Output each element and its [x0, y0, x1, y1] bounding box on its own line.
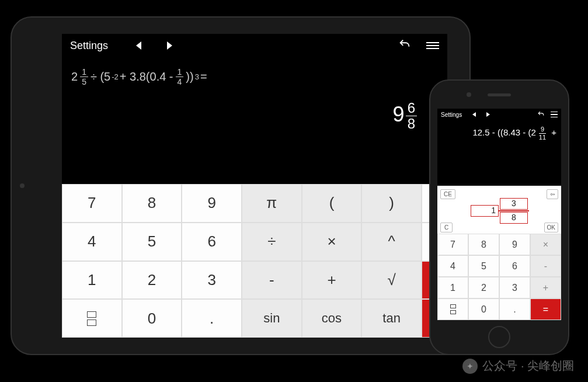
backspace-button[interactable]: ⇦ — [547, 189, 558, 199]
expr-whole: 2 — [71, 70, 78, 84]
ipad-device: Settings 2 1 5 ÷ (5-2 + 3.8(0.4 - — [11, 16, 471, 355]
fraction-icon — [450, 304, 456, 314]
key-6[interactable]: 6 — [499, 255, 530, 277]
whole-input[interactable]: 1 — [471, 205, 499, 217]
key-9[interactable]: 9 — [499, 234, 530, 255]
key-pi[interactable]: π — [242, 184, 302, 223]
iphone-home-button[interactable] — [488, 326, 510, 348]
key-multiply[interactable]: × — [530, 234, 561, 255]
key-4[interactable]: 4 — [437, 255, 468, 277]
wechat-icon: ✦ — [462, 359, 478, 374]
nav-arrows — [136, 41, 172, 50]
key-fraction[interactable] — [437, 298, 468, 320]
key-divide[interactable]: ÷ — [242, 223, 302, 261]
ipad-home-button[interactable] — [20, 183, 25, 188]
key-dot[interactable]: . — [499, 298, 530, 320]
nav-arrows — [472, 112, 490, 117]
iphone-topbar: Settings — [437, 109, 561, 120]
watermark: ✦ 公众号 · 尖峰创圈 — [462, 358, 574, 374]
fraction-input: 1 3 8 — [471, 198, 528, 224]
ipad-screen: Settings 2 1 5 ÷ (5-2 + 3.8(0.4 - — [62, 34, 447, 338]
key-1[interactable]: 1 — [62, 261, 122, 300]
history-back-icon[interactable] — [472, 112, 476, 117]
history-forward-icon[interactable] — [167, 41, 172, 50]
iphone-expression-display: 12.5 - ((8.43 - (2 9 11 + — [437, 120, 561, 141]
key-2[interactable]: 2 — [122, 261, 182, 300]
expr-frac2: 1 4 — [176, 68, 184, 86]
key-sqrt[interactable]: √ — [361, 261, 422, 300]
key-6[interactable]: 6 — [182, 223, 242, 261]
clear-entry-button[interactable]: CE — [440, 189, 455, 199]
menu-icon[interactable] — [426, 42, 439, 49]
key-7[interactable]: 7 — [437, 234, 468, 255]
key-power[interactable]: ^ — [361, 223, 422, 261]
key-3[interactable]: 3 — [182, 261, 242, 300]
key-cos[interactable]: cos — [302, 299, 362, 338]
expr-frac1: 1 5 — [80, 68, 88, 86]
undo-icon[interactable] — [537, 110, 545, 119]
ipad-keypad: 7 8 9 π ( ) 4 5 6 ÷ × ^ 1 2 3 - + √ 0 . — [62, 184, 447, 338]
ok-button[interactable]: OK — [544, 223, 558, 232]
key-3[interactable]: 3 — [499, 277, 530, 298]
menu-icon[interactable] — [551, 112, 558, 118]
key-subtract[interactable]: - — [530, 255, 561, 277]
key-equals[interactable]: = — [530, 298, 561, 320]
key-8[interactable]: 8 — [468, 234, 499, 255]
expr-frac: 9 11 — [537, 126, 548, 141]
key-sin[interactable]: sin — [242, 299, 302, 338]
key-rparen[interactable]: ) — [361, 184, 422, 223]
key-1[interactable]: 1 — [437, 277, 468, 298]
iphone-keypad: 7 8 9 × 4 5 6 - 1 2 3 + 0 . = — [437, 234, 561, 320]
key-5[interactable]: 5 — [122, 223, 182, 261]
key-add[interactable]: + — [302, 261, 362, 300]
denominator-input[interactable]: 8 — [500, 212, 528, 224]
key-0[interactable]: 0 — [122, 299, 182, 338]
iphone-camera — [467, 92, 471, 97]
key-4[interactable]: 4 — [62, 223, 122, 261]
key-multiply[interactable]: × — [302, 223, 362, 261]
clear-button[interactable]: C — [440, 223, 453, 232]
key-dot[interactable]: . — [182, 299, 242, 338]
fraction-bar — [499, 210, 529, 211]
settings-button[interactable]: Settings — [70, 40, 108, 52]
history-back-icon[interactable] — [136, 41, 141, 50]
result-display: 9 6 8 — [62, 86, 447, 131]
iphone-speaker — [488, 93, 511, 96]
iphone-screen: Settings 12.5 - ((8.43 - (2 9 11 + CE ⇦ … — [437, 109, 561, 320]
key-fraction[interactable] — [62, 299, 122, 338]
key-5[interactable]: 5 — [468, 255, 499, 277]
key-9[interactable]: 9 — [182, 184, 242, 223]
key-7[interactable]: 7 — [62, 184, 122, 223]
result-frac: 6 8 — [406, 101, 417, 131]
key-0[interactable]: 0 — [468, 298, 499, 320]
key-tan[interactable]: tan — [361, 299, 422, 338]
key-2[interactable]: 2 — [468, 277, 499, 298]
numerator-input[interactable]: 3 — [500, 198, 528, 210]
key-8[interactable]: 8 — [122, 184, 182, 223]
ipad-topbar: Settings — [62, 34, 447, 57]
key-subtract[interactable]: - — [242, 261, 302, 300]
key-add[interactable]: + — [530, 277, 561, 298]
undo-icon[interactable] — [398, 38, 411, 54]
fraction-icon — [87, 311, 96, 326]
fraction-input-panel: CE ⇦ C OK 1 3 8 — [437, 186, 561, 236]
iphone-device: Settings 12.5 - ((8.43 - (2 9 11 + CE ⇦ … — [429, 79, 569, 355]
key-lparen[interactable]: ( — [302, 184, 362, 223]
history-forward-icon[interactable] — [486, 112, 490, 117]
settings-button[interactable]: Settings — [441, 112, 462, 118]
expression-display: 2 1 5 ÷ (5-2 + 3.8(0.4 - 1 4 ))3 = — [62, 57, 447, 86]
